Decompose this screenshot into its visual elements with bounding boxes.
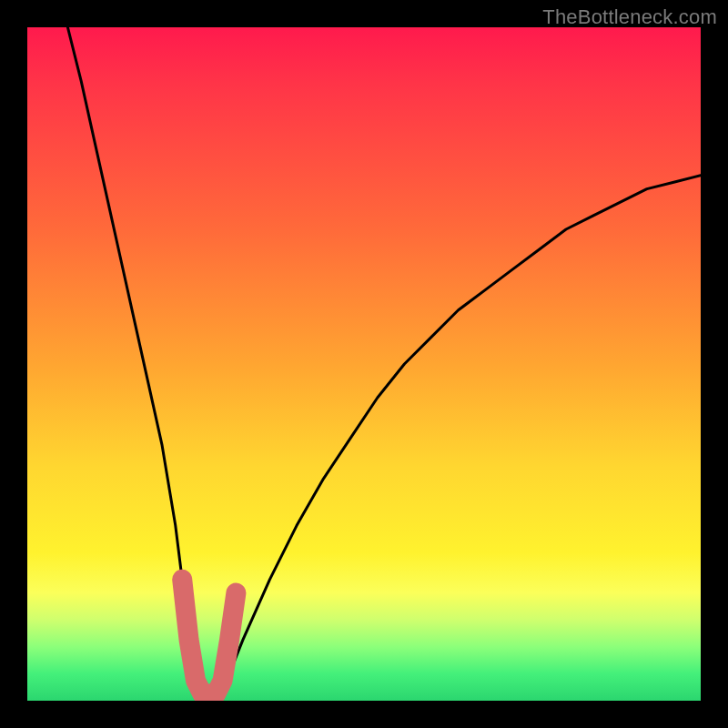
watermark-label: TheBottleneck.com xyxy=(542,5,717,29)
min-region-marker xyxy=(182,580,236,694)
curve-layer xyxy=(27,27,701,701)
plot-area xyxy=(27,27,701,701)
chart-frame: TheBottleneck.com xyxy=(0,0,728,728)
bottleneck-curve xyxy=(67,27,701,694)
